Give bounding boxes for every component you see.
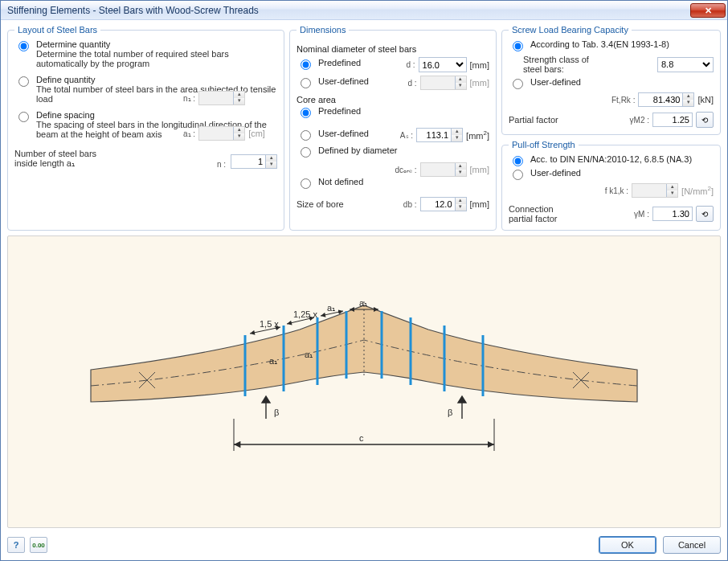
opt-define-qty-title: Define quantity — [36, 75, 95, 84]
radio-pulloff-din[interactable]: Acc. to DIN EN/NA:2010-12, 6.8.5 (NA.3) — [509, 154, 714, 166]
d-user-spinner: ▴▾ — [420, 76, 467, 90]
radio-core-user[interactable]: User-defined — [297, 129, 397, 141]
radio-screw-tab-input[interactable] — [513, 41, 523, 51]
gm-reset-button[interactable]: ⟲ — [696, 206, 714, 222]
group-dimensions: Dimensions Nominal diameter of steel bar… — [289, 25, 497, 231]
d-user-input — [421, 76, 455, 89]
ftrk-symbol: Ft,Rk : — [611, 96, 635, 104]
dcore-spinner: ▴▾ — [420, 162, 467, 177]
reset-icon: ⟲ — [701, 116, 708, 125]
ftrk-input[interactable] — [639, 93, 682, 106]
fk1-input — [632, 184, 666, 197]
dcore-input — [421, 163, 455, 176]
partial-label: Partial factor — [509, 115, 627, 125]
radio-determine-quantity-input[interactable] — [18, 41, 29, 51]
cancel-button[interactable]: Cancel — [663, 536, 721, 554]
top-columns: Layout of Steel Bars Determine quantity … — [7, 25, 721, 231]
numbars-l1: Number of steel bars — [14, 149, 96, 158]
radio-core-diam[interactable]: Defined by diameter — [297, 145, 489, 158]
ftrk-spinner[interactable]: ▴▾ — [638, 92, 694, 107]
gm2-input[interactable] — [652, 113, 693, 127]
radio-core-notdef-input[interactable] — [301, 178, 311, 189]
d-unit: [mm] — [470, 60, 489, 70]
radio-dim-user[interactable]: User-defined — [297, 76, 404, 88]
radio-core-predef-input[interactable] — [301, 108, 311, 118]
radio-core-diam-input[interactable] — [301, 147, 311, 158]
radio-define-spacing-input[interactable] — [18, 112, 29, 122]
gm-symbol: γM : — [634, 210, 649, 219]
a1-symbol: a₁ : — [183, 129, 195, 138]
ok-button[interactable]: OK — [599, 536, 656, 554]
radio-determine-quantity[interactable]: Determine quantity Determine the total n… — [14, 39, 277, 68]
radio-pulloff-user[interactable]: User-defined — [509, 168, 714, 180]
group-pulloff-legend: Pull-off Strength — [509, 140, 579, 149]
group-layout: Layout of Steel Bars Determine quantity … — [7, 25, 284, 231]
db-unit: [mm] — [470, 199, 489, 209]
radio-define-quantity-input[interactable] — [18, 76, 29, 87]
radio-screw-user[interactable]: User-defined — [509, 77, 714, 89]
fk1-unit: [N/mm] — [681, 185, 714, 196]
strength-combo[interactable]: 8.8 — [657, 57, 714, 72]
close-button[interactable]: ✕ — [690, 3, 726, 18]
help-icon: ? — [14, 540, 19, 550]
dim-user-row: User-defined d : ▴▾ [mm] — [297, 76, 489, 90]
n-spinner[interactable]: ▴▾ — [231, 154, 277, 169]
units-button[interactable]: 0.00 — [30, 537, 47, 553]
radio-dim-predef[interactable]: Predefined — [297, 58, 403, 70]
gm-input[interactable] — [652, 207, 693, 221]
n-symbol: n : — [217, 160, 226, 169]
right-column: Screw Load Bearing Capacity According to… — [501, 25, 721, 231]
beam-svg: 1,5 x 1,25 x a₁ a₁ a₁ a₁ β β — [59, 277, 669, 486]
fk1-row: f k1,k : ▴▾ [N/mm] — [509, 183, 714, 198]
group-screw-legend: Screw Load Bearing Capacity — [509, 25, 632, 35]
group-layout-legend: Layout of Steel Bars — [14, 25, 100, 35]
radio-dim-user-input[interactable] — [301, 78, 311, 88]
svg-text:a₁: a₁ — [359, 298, 367, 308]
d-combo[interactable]: 16.0 — [419, 57, 467, 72]
n-input[interactable] — [231, 155, 265, 168]
numbars-l2: inside length a₁ — [14, 158, 75, 168]
svg-text:β: β — [274, 407, 279, 417]
ftrk-row: Ft,Rk : ▴▾ [kN] — [509, 92, 714, 107]
bore-row: Size of bore db : ▴▾ [mm] — [297, 197, 489, 211]
content-area: Layout of Steel Bars Determine quantity … — [1, 20, 727, 560]
gm2-row: Partial factor γM2 : ⟲ — [509, 112, 714, 128]
as-symbol: Aₛ : — [400, 131, 413, 140]
svg-text:c: c — [359, 433, 364, 443]
help-button[interactable]: ? — [7, 537, 25, 553]
svg-text:a₁: a₁ — [327, 303, 335, 313]
db-input[interactable] — [421, 198, 455, 211]
radio-screw-user-input[interactable] — [513, 79, 523, 89]
fk1-spinner: ▴▾ — [632, 183, 678, 198]
as-input[interactable] — [417, 129, 451, 141]
db-symbol: db : — [403, 200, 417, 209]
radio-dim-predef-input[interactable] — [301, 59, 311, 70]
radio-core-user-input[interactable] — [301, 130, 311, 141]
gm2-reset-button[interactable]: ⟲ — [696, 112, 714, 128]
radio-core-notdef[interactable]: Not defined — [297, 177, 489, 189]
units-icon: 0.00 — [32, 542, 45, 549]
close-icon: ✕ — [705, 6, 712, 16]
as-spinner[interactable]: ▴▾ — [416, 128, 463, 142]
db-spinner[interactable]: ▴▾ — [420, 197, 467, 211]
group-dimensions-legend: Dimensions — [297, 25, 349, 35]
d-user-unit: [mm] — [470, 78, 489, 88]
radio-pulloff-din-input[interactable] — [513, 156, 523, 166]
footer: ? 0.00 OK Cancel — [7, 533, 721, 554]
opt-determine-desc: Determine the total number of required s… — [36, 49, 229, 68]
radio-core-predef[interactable]: Predefined — [297, 106, 489, 118]
dialog-window: Stiffening Elements - Steel Bars with Wo… — [0, 0, 728, 561]
radio-pulloff-user-input[interactable] — [513, 170, 523, 180]
titlebar: Stiffening Elements - Steel Bars with Wo… — [1, 1, 727, 20]
svg-text:β: β — [448, 407, 452, 417]
group-pulloff: Pull-off Strength Acc. to DIN EN/NA:2010… — [501, 140, 721, 231]
dcore-symbol: dcₒᵣₑ : — [395, 166, 416, 174]
n1-symbol: n₁ : — [183, 94, 195, 103]
dcore-unit: [mm] — [470, 165, 489, 174]
svg-text:a₁: a₁ — [305, 350, 313, 359]
fk1-symbol: f k1,k : — [605, 186, 628, 195]
a1-spinner: ▴▾ — [198, 126, 245, 141]
radio-screw-tab[interactable]: According to Tab. 3.4(EN 1993-1-8) — [509, 39, 714, 51]
svg-text:1,5 x: 1,5 x — [260, 319, 279, 329]
n1-spinner: ▴▾ — [198, 91, 245, 105]
